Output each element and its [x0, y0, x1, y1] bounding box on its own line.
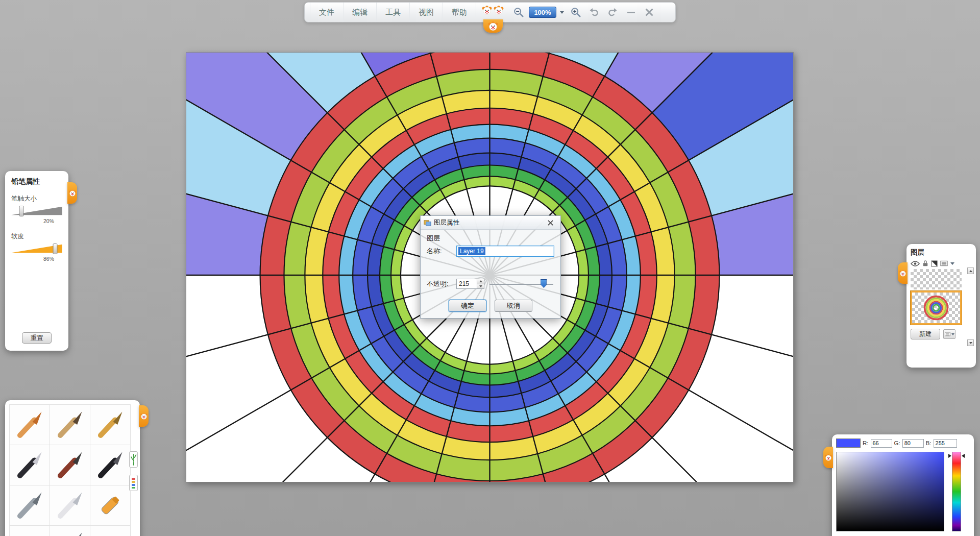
clown-icon: [899, 269, 907, 277]
clown-icon: [68, 189, 77, 197]
blue-input[interactable]: 255: [934, 439, 957, 448]
palette-tab[interactable]: [139, 405, 149, 427]
zoom-out-button[interactable]: [512, 6, 525, 19]
layer-item-selected[interactable]: [911, 291, 962, 325]
hue-bar[interactable]: [952, 452, 961, 531]
close-icon: [548, 220, 553, 226]
layer-blend-icon[interactable]: [931, 260, 938, 267]
tool-paint-roller[interactable]: [90, 485, 130, 525]
dialog-close-button[interactable]: [543, 218, 557, 228]
brush-size-slider-handle[interactable]: [19, 206, 24, 216]
menu-file[interactable]: 文件: [310, 3, 344, 22]
current-color-swatch[interactable]: [836, 438, 861, 448]
color-panel-tab[interactable]: [823, 447, 833, 468]
softness-slider-handle[interactable]: [53, 243, 58, 254]
tool-paint-brush[interactable]: [50, 445, 90, 485]
palette-extra-tool-2[interactable]: [129, 475, 138, 491]
magnifier-minus-icon: [513, 7, 524, 18]
green-input[interactable]: 80: [902, 439, 924, 448]
redo-button[interactable]: [606, 6, 619, 19]
tool-crayon[interactable]: [10, 405, 50, 445]
tool-spear-brush[interactable]: [50, 526, 90, 536]
options-caret: [951, 333, 954, 335]
layer-menu-caret[interactable]: [950, 262, 954, 265]
red-input[interactable]: 66: [871, 439, 892, 448]
palette-strip: [129, 451, 138, 491]
layers-panel: 图层 新建: [906, 244, 976, 368]
minimize-button[interactable]: [624, 6, 638, 19]
layer-name-input[interactable]: Layer 19: [456, 246, 554, 257]
tool-palette-knife[interactable]: [50, 485, 90, 525]
opacity-label: 不透明:: [427, 279, 456, 288]
zoom-dropdown-caret[interactable]: [560, 11, 564, 14]
dialog-title: 图层属性: [434, 218, 459, 227]
layers-panel-tab[interactable]: [898, 262, 908, 284]
dialog-titlebar[interactable]: 图层属性: [421, 216, 560, 230]
layer-options-button[interactable]: [943, 329, 955, 339]
softness-slider[interactable]: [11, 244, 62, 254]
pencil-properties-panel: 铅笔属性 笔触大小 20% 软度 86% 重置: [5, 171, 68, 351]
clown-icon: [487, 20, 499, 32]
undo-button[interactable]: [587, 6, 601, 19]
clown-icon: [140, 412, 148, 420]
close-button[interactable]: [643, 6, 656, 19]
layer-lock-icon[interactable]: [922, 260, 928, 267]
layer-visibility-icon[interactable]: [911, 260, 920, 267]
opacity-slider-handle[interactable]: [541, 279, 547, 288]
layer-item-empty[interactable]: [911, 269, 962, 289]
hue-slider[interactable]: [949, 452, 964, 531]
spinner-down-icon[interactable]: [477, 284, 484, 289]
zoom-in-button[interactable]: [569, 6, 582, 19]
opacity-slider[interactable]: [488, 278, 554, 289]
list-icon: [945, 332, 950, 336]
scroll-down-button[interactable]: [967, 339, 974, 346]
new-layer-button[interactable]: 新建: [911, 329, 940, 339]
tool-paint-tube[interactable]: [10, 526, 50, 536]
pencil-panel-tab[interactable]: [67, 182, 77, 204]
pencil-panel-title: 铅笔属性: [11, 177, 62, 186]
palette-extra-tool-1[interactable]: [129, 451, 138, 468]
brush-size-slider[interactable]: [11, 206, 62, 216]
blue-label: B:: [926, 440, 932, 446]
menu-view[interactable]: 视图: [410, 3, 443, 22]
clown-pendant-tab[interactable]: [483, 19, 503, 33]
spinner-up-icon[interactable]: [477, 279, 484, 284]
tool-ink-brush[interactable]: [90, 445, 130, 485]
layer-properties-dialog: 图层属性 图层 名称: Layer 19 不透明: 215: [420, 215, 561, 319]
zoom-level[interactable]: 100%: [529, 7, 556, 18]
hue-marker-right: [962, 454, 965, 458]
app-logo: [481, 3, 504, 22]
redo-icon: [607, 7, 618, 18]
tool-pencil[interactable]: [50, 405, 90, 445]
tool-marker-crayon[interactable]: [90, 405, 130, 445]
tool-eraser[interactable]: [90, 526, 130, 536]
menu-tools[interactable]: 工具: [377, 3, 410, 22]
tool-grid: [9, 404, 131, 536]
top-toolbar: 文件 编辑 工具 视图 帮助 100%: [304, 2, 676, 22]
saturation-value-picker[interactable]: [836, 452, 944, 531]
clown-icon: [493, 5, 504, 16]
clown-icon: [481, 5, 493, 16]
opacity-input[interactable]: 215: [456, 279, 477, 289]
menu-edit[interactable]: 编辑: [344, 3, 377, 22]
scroll-up-button[interactable]: [967, 267, 974, 274]
cancel-button[interactable]: 取消: [495, 300, 532, 312]
layer-list-scrollbar[interactable]: [967, 267, 974, 346]
tool-fountain-pen[interactable]: [10, 445, 50, 485]
layer-name-value: Layer 19: [458, 247, 485, 255]
brush-size-label: 笔触大小: [11, 194, 62, 203]
layer-name-label: 名称:: [427, 247, 456, 256]
undo-icon: [589, 7, 600, 18]
multi-color-marks-icon: [130, 476, 137, 490]
tools-palette: [5, 400, 140, 536]
layer-thumbnail-art: [922, 294, 950, 322]
opacity-spinner[interactable]: [477, 279, 484, 289]
tool-airbrush[interactable]: [10, 485, 50, 525]
menu-help[interactable]: 帮助: [443, 3, 476, 22]
magnifier-plus-icon: [570, 7, 581, 18]
layer-list-menu-icon[interactable]: [940, 260, 948, 266]
ok-button[interactable]: 确定: [449, 300, 486, 312]
layer-list: [911, 269, 965, 325]
close-icon: [644, 7, 655, 18]
reset-button[interactable]: 重置: [22, 332, 52, 344]
